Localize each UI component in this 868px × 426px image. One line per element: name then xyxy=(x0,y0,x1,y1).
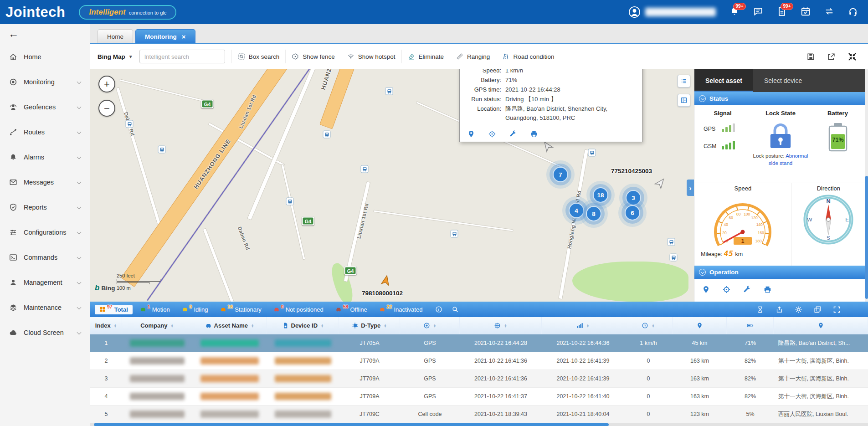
box-search-button[interactable]: Box search xyxy=(231,50,286,63)
col-header-mileage[interactable] xyxy=(673,317,727,334)
sort-icon[interactable]: ▲▼ xyxy=(321,324,324,327)
schedule-button[interactable] xyxy=(801,6,811,18)
save-button[interactable] xyxy=(806,52,815,61)
notifications-button[interactable]: 99+ xyxy=(729,6,740,18)
sort-icon[interactable]: ▲▼ xyxy=(504,324,507,327)
col-header-speed[interactable]: ▲▼ xyxy=(624,317,673,334)
diagnostics-icon[interactable] xyxy=(509,130,517,138)
tab-monitoring[interactable]: Monitoring× xyxy=(135,29,195,43)
map-provider-select[interactable]: Bing Map ▼ xyxy=(98,53,133,60)
col-header-position-type[interactable]: ▲▼ xyxy=(400,317,460,334)
sidebar-item-geofences[interactable]: Geofences xyxy=(0,94,90,119)
intelligent-search-input[interactable] xyxy=(139,50,225,63)
map-panel-toggle[interactable] xyxy=(678,94,690,107)
filter-idling[interactable]: 0Idling xyxy=(177,305,213,314)
sidebar-item-home[interactable]: Home xyxy=(0,44,90,69)
sidebar-item-maintenance[interactable]: Maintenance xyxy=(0,295,90,320)
show-fence-button[interactable]: Show fence xyxy=(285,50,341,63)
vehicle-marker[interactable] xyxy=(380,274,392,286)
cluster-marker[interactable]: 8 xyxy=(586,206,601,221)
sort-icon[interactable]: ▲▼ xyxy=(652,324,654,327)
cluster-marker[interactable]: 6 xyxy=(625,205,640,221)
sidebar-item-cloud-screen[interactable]: Cloud Screen xyxy=(0,320,90,345)
col-header-d-type[interactable]: D-Type▲▼ xyxy=(339,317,400,334)
cluster-marker[interactable]: 3 xyxy=(626,190,641,205)
close-tab-icon[interactable]: × xyxy=(182,33,186,41)
table-settings-button[interactable] xyxy=(795,306,802,313)
vertical-scroll-thumb[interactable] xyxy=(865,176,868,299)
tab-select-device[interactable]: Select device xyxy=(753,69,813,92)
sort-icon[interactable]: ▲▼ xyxy=(251,324,254,327)
zoom-in-button[interactable]: + xyxy=(98,76,115,92)
locate-icon[interactable] xyxy=(467,130,475,138)
table-row[interactable]: 2JT709AGPS2021-10-22 16:41:362021-10-22 … xyxy=(90,352,868,370)
tab-select-asset[interactable]: Select asset xyxy=(694,69,753,92)
operation-section-header[interactable]: Operation xyxy=(694,266,865,279)
map-canvas[interactable]: HUANZHONG LINEHUANZHLiuxian 1st RdLiuxia… xyxy=(90,69,694,302)
col-header-receive-time[interactable]: ▲▼ xyxy=(542,317,624,334)
sidebar-item-routes[interactable]: Routes xyxy=(0,119,90,144)
sort-icon[interactable]: ▲▼ xyxy=(586,324,589,327)
col-header-location[interactable] xyxy=(774,317,868,334)
cluster-marker[interactable]: 7 xyxy=(553,167,568,182)
sort-icon[interactable]: ▲▼ xyxy=(170,324,173,327)
sidebar-item-configurations[interactable]: Configurations xyxy=(0,220,90,245)
col-header-index[interactable]: Index▲▼ xyxy=(90,317,122,334)
tab-home[interactable]: Home xyxy=(98,29,133,43)
sort-icon[interactable]: ▲▼ xyxy=(114,324,117,327)
filter-stationary[interactable]: 16Stationary xyxy=(216,305,266,314)
locate-icon[interactable] xyxy=(702,285,710,294)
filter-not-positioned[interactable]: 0Not positioned xyxy=(269,305,328,314)
sidebar-item-messages[interactable]: Messages xyxy=(0,169,90,195)
sidebar-item-monitoring[interactable]: Monitoring xyxy=(0,69,90,94)
ranging-button[interactable]: Ranging xyxy=(450,50,496,63)
sort-icon[interactable]: ▲▼ xyxy=(433,324,436,327)
diagnostics-icon[interactable] xyxy=(743,285,751,294)
table-search-button[interactable] xyxy=(452,306,459,313)
zoom-out-button[interactable]: − xyxy=(98,100,115,117)
sidebar-item-commands[interactable]: Commands xyxy=(0,245,90,270)
work-orders-button[interactable]: 99+ xyxy=(777,6,787,18)
eliminate-button[interactable]: Eliminate xyxy=(401,50,450,63)
vertical-scrollbar[interactable] xyxy=(865,69,868,302)
expand-table-button[interactable] xyxy=(833,306,841,313)
col-header-asset-name[interactable]: Asset Name▲▼ xyxy=(192,317,267,334)
back-button[interactable]: ← xyxy=(0,24,90,44)
sidebar-item-management[interactable]: Management xyxy=(0,270,90,295)
col-header-company[interactable]: Company▲▼ xyxy=(122,317,192,334)
sidebar-item-reports[interactable]: Reports xyxy=(0,195,90,220)
table-row[interactable]: 4JT709AGPS2021-10-22 16:41:372021-10-22 … xyxy=(90,388,868,405)
map-list-toggle[interactable] xyxy=(678,75,690,87)
show-hotspot-button[interactable]: Show hotspot xyxy=(341,50,401,63)
print-icon[interactable] xyxy=(763,285,772,294)
horizontal-scroll-thumb[interactable] xyxy=(94,423,609,426)
transactions-button[interactable] xyxy=(824,6,834,18)
chat-button[interactable] xyxy=(753,6,763,18)
panel-collapse-handle[interactable]: › xyxy=(687,180,694,196)
export-view-button[interactable] xyxy=(827,52,836,61)
cluster-marker[interactable]: 4 xyxy=(569,203,584,218)
cluster-marker[interactable]: 18 xyxy=(593,187,608,203)
horizontal-scrollbar[interactable] xyxy=(90,423,868,426)
history-button[interactable] xyxy=(756,306,764,313)
copy-table-button[interactable] xyxy=(814,306,822,313)
col-header-device-id[interactable]: Device ID▲▼ xyxy=(267,317,339,334)
table-row[interactable]: 1JT705AGPS2021-10-22 16:44:282021-10-22 … xyxy=(90,334,868,352)
road-condition-button[interactable]: Road condition xyxy=(496,50,560,63)
print-icon[interactable] xyxy=(530,130,538,138)
support-button[interactable] xyxy=(848,6,858,18)
user-account[interactable] xyxy=(628,6,716,18)
tracking-icon[interactable] xyxy=(722,285,731,294)
col-header-gps-time[interactable]: ▲▼ xyxy=(460,317,542,334)
info-button[interactable] xyxy=(435,306,442,313)
filter-total[interactable]: 97Total xyxy=(95,305,133,314)
filter-inactivated[interactable]: 22Inactivated xyxy=(375,305,427,314)
sort-icon[interactable]: ▲▼ xyxy=(384,324,386,327)
filter-offline[interactable]: 58Offline xyxy=(331,305,372,314)
col-header-battery[interactable] xyxy=(727,317,774,334)
table-row[interactable]: 3JT709AGPS2021-10-22 16:41:362021-10-22 … xyxy=(90,370,868,388)
status-section-header[interactable]: Status xyxy=(694,92,865,105)
filter-motion[interactable]: 1Motion xyxy=(135,305,175,314)
export-table-button[interactable] xyxy=(776,306,783,313)
tracking-icon[interactable] xyxy=(488,130,496,138)
